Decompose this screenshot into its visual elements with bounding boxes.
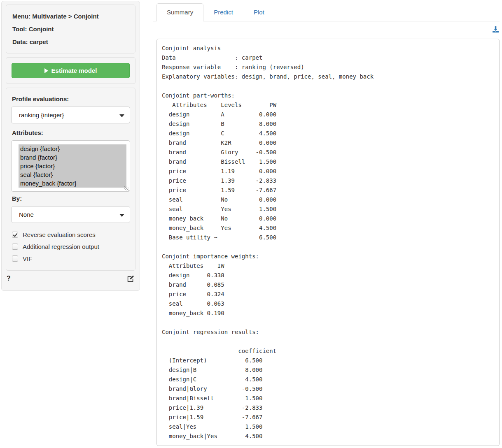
download-icon <box>492 26 499 33</box>
dataset-label: Data: carpet <box>12 35 129 48</box>
edit-icon <box>127 275 135 283</box>
tab-summary[interactable]: Summary <box>156 3 203 21</box>
by-select[interactable]: None <box>11 206 130 223</box>
tab-plot[interactable]: Plot <box>243 3 275 21</box>
by-label: By: <box>12 195 129 202</box>
controls-panel: Profile evaluations: ranking {integer} A… <box>6 88 135 271</box>
main-panel: SummaryPredictPlot Conjoint analysis Dat… <box>153 0 500 446</box>
download-button[interactable] <box>492 26 499 33</box>
attributes-listbox[interactable]: design {factor}brand {factor}price {fact… <box>11 140 130 192</box>
by-value: None <box>19 211 34 218</box>
checkbox-row[interactable]: Additional regression output <box>11 241 130 253</box>
attributes-label: Attributes: <box>12 129 129 136</box>
profile-evaluations-value: ranking {integer} <box>19 111 64 118</box>
play-icon <box>44 68 48 73</box>
menu-breadcrumb: Menu: Multivariate > Conjoint <box>12 10 129 23</box>
app: Menu: Multivariate > Conjoint Tool: Conj… <box>0 0 502 448</box>
chevron-down-icon <box>119 214 124 217</box>
checkbox-label: Additional regression output <box>23 243 99 250</box>
attribute-option[interactable]: design {factor} <box>19 144 126 153</box>
checkbox-label: Reverse evaluation scores <box>23 231 96 238</box>
attribute-option[interactable]: money_back {factor} <box>19 179 126 188</box>
estimate-model-button[interactable]: Estimate model <box>12 63 130 78</box>
sidebar-footer: ? <box>6 274 135 283</box>
summary-output: Conjoint analysis Data : carpet Response… <box>156 39 500 446</box>
attribute-option[interactable]: price {factor} <box>19 162 126 170</box>
sidebar: Menu: Multivariate > Conjoint Tool: Conj… <box>1 1 140 291</box>
tab-bar: SummaryPredictPlot <box>153 0 500 21</box>
checkbox-unchecked[interactable] <box>12 255 18 262</box>
checkbox-row[interactable]: Reverse evaluation scores <box>11 229 130 241</box>
profile-evaluations-select[interactable]: ranking {integer} <box>11 107 130 123</box>
edit-report-button[interactable] <box>127 275 135 283</box>
info-panel: Menu: Multivariate > Conjoint Tool: Conj… <box>6 5 135 53</box>
checkbox-row[interactable]: VIF <box>11 253 130 265</box>
attribute-option[interactable]: brand {factor} <box>19 153 126 162</box>
checkbox-checked[interactable] <box>12 232 18 238</box>
tool-label: Tool: Conjoint <box>12 23 129 35</box>
resize-handle[interactable] <box>124 186 129 190</box>
checkbox-label: VIF <box>23 255 32 262</box>
estimate-panel: Estimate model <box>6 57 135 84</box>
chevron-down-icon <box>119 114 124 117</box>
tab-predict[interactable]: Predict <box>203 3 243 21</box>
checkbox-unchecked[interactable] <box>12 244 18 250</box>
help-button[interactable]: ? <box>7 275 11 282</box>
attribute-option[interactable]: seal {factor} <box>19 170 126 179</box>
output-toolbar <box>153 21 500 39</box>
options-list: Reverse evaluation scoresAdditional regr… <box>11 229 130 265</box>
profile-evaluations-label: Profile evaluations: <box>12 95 129 102</box>
estimate-model-label: Estimate model <box>51 67 97 74</box>
